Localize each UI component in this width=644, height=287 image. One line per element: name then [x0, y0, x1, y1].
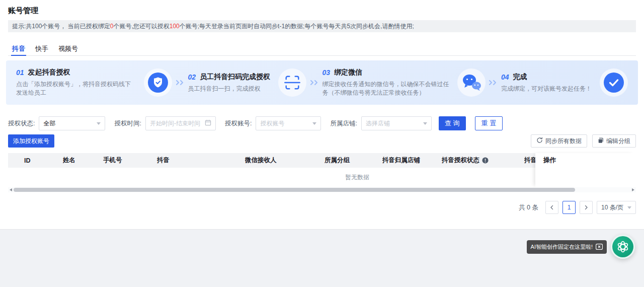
step-title: 完成 — [513, 73, 527, 82]
scrollbar-thumb[interactable] — [14, 188, 575, 192]
shop-select[interactable]: 选择店铺 — [361, 116, 432, 130]
page-title: 账号管理 — [8, 6, 38, 16]
col-actions: 操作 — [535, 153, 636, 168]
chevron-down-icon — [97, 122, 101, 125]
step-desc: 员工抖音扫一扫，完成授权 — [188, 85, 270, 93]
copy-group-icon — [598, 137, 604, 145]
shop-select-placeholder: 选择店铺 — [366, 119, 390, 128]
chevron-down-icon — [627, 206, 631, 209]
filter-bar: 授权状态: 全部 授权时间: 授权账号: 授权账号 所属店铺: 选择店 — [8, 116, 636, 130]
filter-account-label: 授权账号: — [225, 119, 252, 128]
check-circle-icon — [600, 68, 628, 97]
step-4: 04 完成 完成绑定，可对该账号发起任务！ — [501, 68, 628, 97]
scroll-left-arrow-icon[interactable] — [10, 188, 12, 191]
next-page-button[interactable] — [580, 201, 593, 214]
main-content: 账号管理 提示:共100个账号， 当前已授权绑定0个账号,您还可以授权100个账… — [0, 0, 644, 230]
step-desc: 绑定接收任务通知的微信号，以确保不会错过任务（不绑微信号将无法正常接收任务） — [323, 80, 449, 97]
col-wechat-receiver: 微信接收人 — [245, 156, 325, 165]
step-number: 01 — [16, 68, 24, 77]
step-arrow-icon — [175, 80, 185, 86]
chevron-down-icon — [423, 122, 427, 125]
tab-kuaishou[interactable]: 快手 — [34, 42, 49, 55]
table-toolbar: 添加授权账号 同步所有数据 编辑分组 — [8, 134, 636, 148]
ai-tooltip-text: AI智能创作固定在这里啦! — [531, 243, 593, 251]
time-range-field — [145, 116, 216, 130]
calendar-icon — [205, 119, 211, 127]
horizontal-scrollbar[interactable] — [8, 187, 636, 192]
sync-all-data-label: 同步所有数据 — [545, 137, 582, 146]
time-range-input[interactable] — [150, 120, 205, 127]
prev-page-button[interactable] — [545, 201, 558, 214]
tips-text-2: 个账号,您还可以授权 — [113, 23, 169, 30]
add-authorized-account-button[interactable]: 添加授权账号 — [8, 134, 54, 148]
step-desc: 点击「添加授权账号」，将抖音授权码线下发送给员工 — [16, 80, 136, 97]
step-title: 员工抖音扫码完成授权 — [200, 73, 270, 82]
tips-bar: 提示:共100个账号， 当前已授权绑定0个账号,您还可以授权100个账号;每天登… — [8, 20, 636, 32]
filter-status-label: 授权状态: — [8, 119, 35, 128]
account-select[interactable]: 授权账号 — [256, 116, 321, 130]
step-number: 04 — [501, 73, 509, 81]
step-title: 绑定微信 — [334, 68, 362, 77]
current-page-button[interactable]: 1 — [562, 201, 576, 214]
collapse-close-icon[interactable] — [596, 244, 603, 250]
status-select[interactable]: 全部 — [39, 116, 105, 130]
wechat-icon — [457, 68, 486, 97]
col-douyin-auth-status: 抖音授权状态 — [442, 156, 524, 165]
reset-button[interactable]: 重 置 — [475, 116, 503, 130]
page-size-select[interactable]: 10 条/页 — [597, 201, 636, 214]
info-icon[interactable] — [482, 157, 489, 164]
step-arrow-icon — [488, 80, 498, 86]
accounts-table: ID 姓名 手机号 抖音 微信接收人 所属分组 抖音归属店铺 抖音授权状态 抖音 — [8, 153, 636, 187]
filter-time-label: 授权时间: — [114, 119, 141, 128]
shield-check-icon — [144, 68, 172, 97]
filter-shop-label: 所属店铺: — [330, 119, 357, 128]
col-name: 姓名 — [63, 156, 103, 165]
step-number: 03 — [323, 68, 331, 77]
edit-group-button[interactable]: 编辑分组 — [592, 134, 636, 148]
step-title: 发起抖音授权 — [28, 68, 70, 77]
total-count: 共 0 条 — [519, 203, 538, 212]
col-douyin-auth-status-label: 抖音授权状态 — [442, 156, 479, 165]
step-1: 01 发起抖音授权 点击「添加授权账号」，将抖音授权码线下发送给员工 — [16, 68, 172, 97]
tips-text-3: 个账号;每天登录当前页面时自动同步t-1的数据;每个账号每天共5次同步机会,请酌… — [180, 23, 414, 30]
chevron-down-icon — [312, 122, 316, 125]
ai-assistant-widget: AI智能创作固定在这里啦! — [527, 235, 635, 259]
tips-text-1: 提示:共100个账号， 当前已授权绑定 — [12, 23, 110, 30]
search-button[interactable]: 查 询 — [439, 116, 466, 130]
ai-assistant-button[interactable] — [611, 235, 635, 259]
fixed-actions-column: 操作 — [535, 153, 636, 187]
col-douyin-shop: 抖音归属店铺 — [382, 156, 442, 165]
status-select-value: 全部 — [43, 119, 55, 128]
col-douyin: 抖音 — [157, 156, 245, 165]
account-select-placeholder: 授权账号 — [260, 119, 284, 128]
col-group: 所属分组 — [325, 156, 382, 165]
ai-logo-icon — [616, 240, 630, 254]
refresh-icon — [536, 137, 543, 145]
tab-video-account[interactable]: 视频号 — [57, 42, 79, 55]
empty-state: 暂无数据 — [345, 173, 369, 182]
qr-scan-icon — [278, 68, 306, 97]
edit-group-label: 编辑分组 — [606, 137, 630, 146]
tab-douyin[interactable]: 抖音 — [11, 42, 26, 55]
step-number: 02 — [188, 73, 196, 81]
scroll-right-arrow-icon[interactable] — [632, 188, 634, 191]
ai-assistant-tooltip: AI智能创作固定在这里啦! — [527, 240, 607, 254]
page-size-value: 10 条/页 — [601, 203, 623, 212]
sync-all-data-button[interactable]: 同步所有数据 — [531, 134, 587, 148]
step-arrow-icon — [309, 80, 319, 86]
steps-banner: 01 发起抖音授权 点击「添加授权账号」，将抖音授权码线下发送给员工 02 — [6, 60, 638, 105]
pagination: 共 0 条 1 10 条/页 — [519, 201, 636, 214]
step-desc: 完成绑定，可对该账号发起任务！ — [501, 85, 592, 93]
step-3: 03 绑定微信 绑定接收任务通知的微信号，以确保不会错过任务（不绑微信号将无法正… — [323, 68, 486, 97]
col-phone: 手机号 — [103, 156, 157, 165]
platform-tabs: 抖音 快手 视频号 — [8, 42, 636, 56]
tips-remaining-count: 100 — [170, 23, 180, 30]
step-2: 02 员工抖音扫码完成授权 员工抖音扫一扫，完成授权 — [188, 68, 306, 97]
scrollbar-track[interactable] — [14, 187, 630, 192]
col-id: ID — [24, 157, 63, 164]
